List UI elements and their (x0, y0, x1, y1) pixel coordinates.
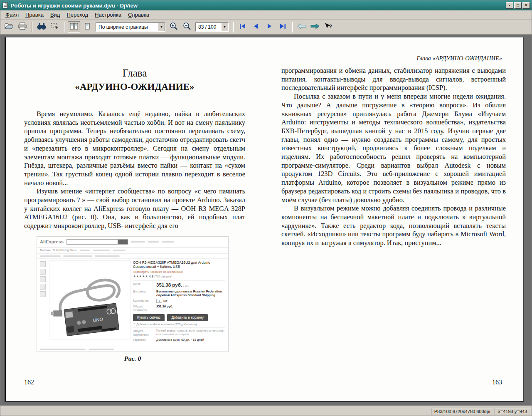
page-number-right: 163 (492, 379, 502, 386)
thumbnail (40, 291, 46, 297)
zoom-mode-select[interactable]: По ширине страницы ▼ (96, 22, 165, 32)
chevron-down-icon[interactable]: ▼ (221, 23, 228, 31)
history-back-button[interactable] (296, 21, 308, 33)
close-button[interactable]: × (522, 2, 530, 9)
footer-placeholder (89, 349, 114, 350)
open-folder-icon (5, 22, 14, 32)
single-page-icon (84, 23, 91, 31)
menu-bar: Файл Правка Вид Переход Настройка Справк… (0, 10, 532, 20)
price-label: Цена: (133, 282, 156, 288)
first-page-button[interactable] (236, 21, 249, 33)
status-bar: P83/100 6720x4780 600dpi x=4193 y=943 (0, 406, 532, 416)
store-nav: Магазин: Subattleking Store (37, 248, 228, 254)
zoom-mode-value: По ширине страницы (96, 24, 158, 30)
app-icon (2, 2, 9, 9)
find-button[interactable] (35, 21, 48, 33)
add-to-cart-button: Добавить в корзину (167, 314, 208, 321)
print-button[interactable] (16, 21, 29, 33)
page-number-left: 162 (24, 379, 34, 386)
thumbnail (40, 276, 46, 282)
document-view[interactable]: Глава «АРДУИНО-ОЖИДАНИЕ» Глава «АРДУИНО-… (0, 35, 532, 406)
shipping-label: Доставка: (133, 290, 156, 298)
buyer-protection-text: Полный возврат средств, если товар не со… (156, 329, 225, 337)
help-cursor-icon: ? (324, 22, 332, 32)
buy-now-button: Купить сейчас (133, 314, 165, 321)
guarantee-row: Гарантия: Доставка в срок: 60 дн. · 15 д… (133, 338, 225, 342)
next-page-icon (266, 23, 272, 31)
chevron-down-icon[interactable]: ▼ (158, 23, 165, 31)
product-rating: ★★★★★ 4.8 (730 заказов) (133, 275, 225, 280)
facing-pages-layout-button[interactable] (68, 21, 80, 33)
product-title: OOH R3 MEGA328P ATMEGA16U2 для Arduino С… (133, 260, 225, 269)
zoom-in-icon (170, 22, 178, 32)
quantity-unit: шт. (163, 299, 168, 303)
nav-placeholder (93, 250, 110, 251)
nav-placeholder (113, 250, 126, 251)
binoculars-icon (37, 23, 46, 31)
product-section: UNO OOH R3 MEGA328P ATMEGA16U2 для Ardui… (37, 259, 228, 342)
related-thumbnails (40, 260, 47, 342)
action-buttons: Купить сейчас Добавить в корзину (133, 314, 225, 321)
two-pages-icon (70, 23, 78, 31)
total-label: Общая стоимость: (133, 305, 156, 312)
left-page: Глава «АРДУИНО-ОЖИДАНИЕ» Время неумолимо… (24, 67, 245, 362)
chapter-title-name: «АРДУИНО-ОЖИДАНИЕ» (24, 82, 245, 92)
arduino-board-photo: UNO (49, 261, 130, 339)
quantity-label: Количество: (133, 299, 156, 303)
next-page-button[interactable] (263, 21, 276, 33)
store-name: Магазин: Subattleking Store (40, 249, 76, 252)
menu-view[interactable]: Вид (47, 11, 64, 19)
shipping-text: Бесплатная доставка в Russian Federation… (156, 290, 225, 298)
price-value: 351,38 руб. (156, 282, 182, 287)
context-help-button[interactable]: ? (322, 21, 335, 33)
single-page-layout-button[interactable] (81, 21, 94, 33)
menu-settings[interactable]: Настройка (91, 11, 125, 19)
crumb-placeholder (40, 255, 61, 257)
toolbar: По ширине страницы ▼ 83 / 100 ▼ ? (0, 20, 532, 35)
chapter-title-word: Глава (24, 67, 245, 79)
menu-edit[interactable]: Правка (22, 11, 47, 19)
menu-go[interactable]: Переход (63, 11, 91, 19)
last-page-button[interactable] (276, 21, 289, 33)
previous-page-icon (253, 23, 259, 31)
zoom-out-icon (183, 22, 191, 32)
svg-text:?: ? (329, 23, 332, 30)
rating-value: 4.8 (149, 275, 153, 278)
english-name-link: Посмотреть название на английском (133, 270, 225, 274)
minimize-button[interactable]: - (506, 2, 513, 9)
select-mode-button[interactable] (49, 21, 61, 33)
guarantee-label: Гарантия: (133, 338, 156, 342)
right-page: программирования и обмена данных, стабил… (281, 67, 506, 248)
book-spread: Глава «АРДУИНО-ОЖИДАНИЕ» Глава «АРДУИНО-… (5, 37, 524, 402)
forward-arrow-icon (310, 23, 320, 31)
aliexpress-header: AliExpress (37, 237, 228, 248)
nav-placeholder (80, 250, 90, 251)
menu-file[interactable]: Файл (2, 11, 22, 19)
running-header: Глава «АРДУИНО-ОЖИДАНИЕ» (416, 55, 502, 62)
status-coordinates: x=4193 y=943 (495, 408, 530, 415)
product-details: OOH R3 MEGA328P ATMEGA16U2 для Arduino С… (133, 260, 225, 342)
total-row: Общая стоимость: 351,36 руб. (133, 305, 225, 312)
status-page-info: P83/100 6720x4780 600dpi (431, 408, 494, 415)
body-paragraph: В визуальном режиме можно добавляя соеди… (281, 204, 506, 248)
back-arrow-icon (297, 23, 306, 31)
wishlist-link: ♡ Добавить в «Мои желания» (776 добавлен… (133, 322, 225, 328)
figure-caption: Рис. 0 (37, 355, 229, 362)
zoom-in-button[interactable] (167, 21, 180, 33)
body-paragraph: Время неумолимо. Казалось ещё недавно, п… (24, 110, 245, 187)
stars-icon: ★★★★★ (133, 275, 148, 278)
quantity-input: 1 (156, 299, 162, 303)
product-photo: UNO (49, 260, 131, 339)
history-forward-button[interactable] (309, 21, 321, 33)
header-placeholder (131, 241, 145, 243)
maximize-button[interactable]: □ (514, 2, 522, 9)
zoom-out-button[interactable] (181, 21, 193, 33)
previous-page-button[interactable] (250, 21, 262, 33)
open-document-button[interactable] (3, 21, 15, 33)
page-number-select[interactable]: 83 / 100 ▼ (195, 22, 229, 32)
breadcrumb (37, 254, 228, 259)
title-bar[interactable]: Роботы и игрушки своими руками.djvu - Dj… (0, 0, 532, 10)
search-button-icon (118, 240, 128, 244)
menu-help[interactable]: Справка (125, 11, 153, 19)
thumbnail (40, 284, 46, 290)
